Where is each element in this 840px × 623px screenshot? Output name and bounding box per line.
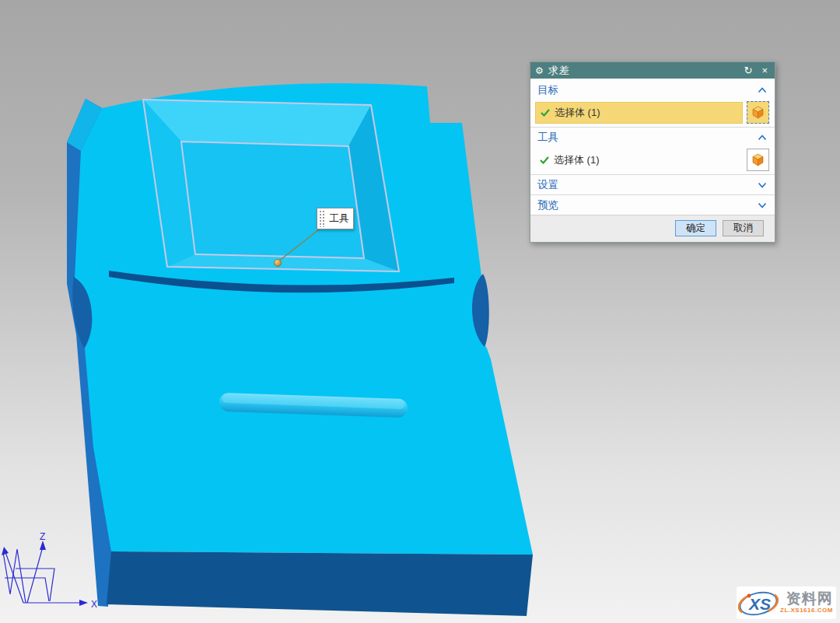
chevron-up-icon (758, 135, 767, 141)
reset-icon[interactable]: ↻ (742, 65, 755, 75)
watermark: XS 资料网 ZL.XS1616.COM (737, 586, 836, 619)
watermark-logo: XS (738, 588, 779, 618)
section-header-tool[interactable]: 工具 (530, 128, 775, 147)
cube-icon (751, 152, 765, 167)
dialog-footer: 确定 取消 (530, 215, 775, 242)
watermark-site-url: ZL.XS1616.COM (780, 607, 833, 614)
dialog-body: 目标 选择体 (1) 工具 (530, 79, 775, 242)
checkmark-icon (541, 109, 550, 117)
section-label-tool: 工具 (537, 131, 758, 145)
target-body-button[interactable] (747, 101, 769, 124)
section-header-target[interactable]: 目标 (530, 80, 775, 100)
cancel-button[interactable]: 取消 (723, 220, 764, 236)
selection-tooltip: 工具 (317, 208, 354, 229)
section-label-settings: 设置 (537, 178, 758, 192)
checkmark-icon (540, 156, 549, 164)
z-axis-label: Z (40, 531, 45, 542)
selection-ball (275, 260, 282, 267)
tool-select-row[interactable]: 选择体 (1) (535, 149, 743, 171)
model-front-face[interactable] (107, 551, 533, 616)
x-axis-label: X (91, 599, 97, 610)
section-label-target: 目标 (537, 83, 758, 97)
chevron-down-icon (758, 202, 767, 208)
tooltip-grip-icon (319, 210, 325, 227)
dialog-title: 求差 (548, 64, 737, 78)
pocket-floor[interactable] (181, 142, 364, 258)
subtract-dialog: ⚙ 求差 ↻ × 目标 选择体 (1) (530, 61, 775, 243)
wcs-arrowheads (2, 541, 88, 606)
wcs-axes (3, 547, 81, 603)
target-select-label: 选择体 (1) (555, 106, 600, 120)
watermark-site-name: 资料网 (786, 591, 833, 607)
chevron-down-icon (758, 182, 767, 188)
section-label-preview: 预览 (537, 198, 758, 212)
section-header-settings[interactable]: 设置 (530, 175, 775, 194)
dialog-title-bar[interactable]: ⚙ 求差 ↻ × (530, 62, 775, 79)
tooltip-label: 工具 (325, 208, 353, 229)
target-select-row[interactable]: 选择体 (1) (535, 102, 743, 124)
watermark-logo-dot (747, 594, 751, 598)
target-select-row-wrap: 选择体 (1) (530, 100, 775, 127)
watermark-logo-text: XS (748, 595, 771, 613)
tool-select-row-wrap: 选择体 (1) (530, 147, 775, 174)
ok-button[interactable]: 确定 (675, 220, 716, 236)
tool-select-label: 选择体 (1) (554, 153, 600, 167)
gear-icon: ⚙ (535, 66, 544, 75)
chevron-up-icon (758, 87, 767, 93)
section-header-preview[interactable]: 预览 (530, 195, 775, 215)
cube-icon (751, 105, 765, 120)
close-icon[interactable]: × (759, 65, 770, 75)
tool-body-button[interactable] (747, 149, 769, 171)
